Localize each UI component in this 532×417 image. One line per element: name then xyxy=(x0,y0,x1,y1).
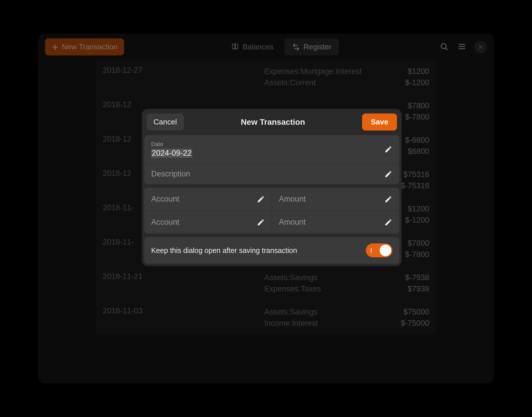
account-placeholder: Account xyxy=(151,218,179,227)
new-transaction-dialog: Cancel New Transaction Save Date 2024-09… xyxy=(142,109,402,266)
description-field[interactable]: Description xyxy=(144,164,399,184)
keep-open-toggle[interactable] xyxy=(366,243,392,257)
split-row-1: Account Amount xyxy=(144,188,399,211)
edit-icon xyxy=(384,170,392,178)
edit-icon xyxy=(257,195,265,203)
toggle-on-indicator xyxy=(371,248,372,253)
amount-placeholder: Amount xyxy=(279,195,306,204)
date-value: 2024-09-22 xyxy=(151,149,192,158)
edit-icon xyxy=(384,218,392,226)
description-placeholder: Description xyxy=(151,170,190,178)
main-fields-group: Date 2024-09-22 Description xyxy=(144,135,399,184)
edit-icon xyxy=(384,195,392,203)
date-field[interactable]: Date 2024-09-22 xyxy=(144,135,399,164)
app-window: New Transaction Balances Register xyxy=(38,34,494,383)
account-field-1[interactable]: Account xyxy=(144,188,272,211)
amount-field-1[interactable]: Amount xyxy=(272,188,400,211)
amount-placeholder: Amount xyxy=(279,218,306,227)
edit-icon xyxy=(384,145,392,153)
dialog-title: New Transaction xyxy=(241,118,305,127)
date-label: Date xyxy=(151,141,192,148)
modal-overlay[interactable]: Cancel New Transaction Save Date 2024-09… xyxy=(38,34,494,383)
account-field-2[interactable]: Account xyxy=(144,211,272,234)
edit-icon xyxy=(257,218,265,226)
splits-group: Account Amount Account Amount xyxy=(144,188,399,234)
cancel-button[interactable]: Cancel xyxy=(147,113,184,131)
save-button[interactable]: Save xyxy=(362,113,397,131)
keep-open-row: Keep this dialog open after saving trans… xyxy=(144,237,399,264)
toggle-thumb xyxy=(380,245,391,256)
amount-field-2[interactable]: Amount xyxy=(272,211,400,234)
split-row-2: Account Amount xyxy=(144,211,399,234)
dialog-header: Cancel New Transaction Save xyxy=(144,111,399,135)
account-placeholder: Account xyxy=(151,195,179,204)
keep-open-label: Keep this dialog open after saving trans… xyxy=(151,246,297,255)
